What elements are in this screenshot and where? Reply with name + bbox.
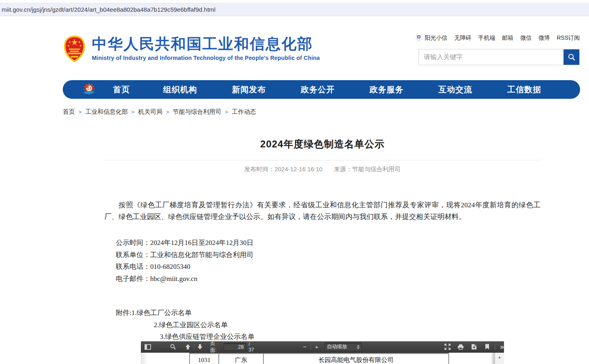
zoom-mode-value: 自动缩放 [327, 343, 347, 350]
more-tools-button[interactable]: » [500, 343, 504, 350]
brand-text: 中华人民共和国工业和信息化部 Ministry of Industry and … [92, 33, 320, 61]
printer-icon [457, 344, 464, 350]
quick-link-wechat[interactable]: 微信 [520, 34, 532, 42]
breadcrumb-miit[interactable]: 工业和信息化部 [85, 108, 128, 116]
breadcrumb-separator: > [132, 109, 135, 115]
header-quick-links: 阳光小信 无障碍 手机端 邮箱 微信 微博 RSS订阅 [415, 34, 580, 42]
national-emblem-logo [63, 35, 86, 63]
zoom-in-button[interactable]: + [312, 343, 321, 351]
assistant-robot-icon [415, 34, 422, 42]
nav-item-gov-services[interactable]: 政务服务 [352, 84, 421, 95]
nav-item-home[interactable]: 首页 [97, 84, 146, 95]
search-icon [568, 53, 576, 61]
article-source: 来源：节能与综合利用司 [334, 166, 401, 173]
page-total: / 37 [249, 341, 257, 353]
site-brand[interactable]: 中华人民共和国工业和信息化部 Ministry of Industry and … [63, 33, 320, 63]
sidebar-toggle-button[interactable] [143, 343, 153, 351]
attachment-green-factory[interactable]: 附件:1.绿色工厂公示名单 [116, 307, 540, 319]
pdf-table-row: 1031 广东 长园高能电气股份有限公司 [189, 353, 449, 364]
breadcrumb-separator: > [225, 109, 228, 115]
nav-item-miit-data[interactable]: 工信数据 [490, 84, 559, 95]
sidebar-toggle-icon [145, 344, 151, 350]
nav-item-interaction[interactable]: 互动交流 [421, 84, 490, 95]
breadcrumb-work-updates[interactable]: 工作动态 [232, 108, 256, 116]
detail-publicity-period: 公示时间：2024年12月16日至2024年12月30日 [116, 237, 540, 249]
article-title: 2024年度绿色制造名单公示 [104, 134, 540, 151]
breadcrumb-departments[interactable]: 机关司局 [138, 108, 162, 116]
fullscreen-icon [444, 344, 451, 350]
pdf-scrollbar[interactable]: ▲ [495, 353, 504, 364]
pdf-page-view: 1031 广东 长园高能电气股份有限公司 ▲ [141, 353, 504, 364]
quick-link-mailbox[interactable]: 邮箱 [502, 34, 513, 42]
attachment-list: 附件:1.绿色工厂公示名单 2.绿色工业园区公示名单 3.绿色供应链管理企业公示… [104, 307, 540, 343]
breadcrumb-energy-dept[interactable]: 节能与综合利用司 [173, 108, 221, 116]
detail-contact-unit: 联系单位：工业和信息化部节能与综合利用司 [116, 249, 540, 261]
previous-page-button[interactable] [183, 343, 193, 351]
page-down-icon [197, 344, 203, 350]
detail-contact-phone: 联系电话：010-68205340 [116, 261, 540, 273]
print-button[interactable] [456, 343, 466, 351]
breadcrumb: 首页 > 工业和信息化部 > 机关司局 > 节能与综合利用司 > 工作动态 [63, 108, 256, 116]
search-button[interactable] [563, 49, 579, 65]
article-meta: 发布时间：2024-12-16 16:10 来源：节能与综合利用司 [104, 166, 540, 173]
miit-gear-logo-icon [82, 83, 96, 96]
nav-items: 首页 组织机构 新闻发布 政务公开 政务服务 互动交流 工信数据 [97, 80, 580, 99]
nav-item-gov-disclosure[interactable]: 政务公开 [283, 84, 352, 95]
quick-link-mobile[interactable]: 手机端 [478, 34, 495, 42]
scroll-up-arrow-icon: ▲ [498, 355, 502, 364]
detail-contact-email: 电子邮件：hbc@miit.gov.cn [116, 273, 540, 285]
toolbar-separator [194, 344, 194, 350]
article-paragraph: 按照《绿色工厂梯度培育及管理暂行办法》有关要求，经省级工业和信息化主管部门推荐及… [104, 199, 540, 223]
presentation-mode-button[interactable] [443, 343, 452, 351]
toolbar-separator [310, 344, 311, 350]
attachment-green-industrial-park[interactable]: 2.绿色工业园区公示名单 [116, 319, 540, 331]
row-id-cell: 1031 [190, 354, 219, 364]
article: 2024年度绿色制造名单公示 发布时间：2024-12-16 16:10 来源：… [104, 134, 540, 343]
site-title: 中华人民共和国工业和信息化部 [92, 36, 320, 53]
publish-time: 发布时间：2024-12-16 16:10 [244, 166, 322, 173]
quick-link-rss[interactable]: RSS订阅 [557, 34, 580, 42]
download-button[interactable] [469, 343, 478, 351]
row-province-cell: 广东 [219, 354, 264, 364]
search-input[interactable] [419, 49, 563, 65]
pdf-viewer: 页面: / 37 − + 自动缩放 [141, 341, 504, 364]
page-number-input[interactable] [223, 343, 246, 351]
select-spinner-icon [357, 345, 359, 349]
pdf-left-gutter [141, 353, 147, 364]
quick-link-accessibility[interactable]: 无障碍 [454, 34, 471, 42]
next-page-button[interactable] [196, 343, 205, 351]
contact-details: 公示时间：2024年12月16日至2024年12月30日 联系单位：工业和信息化… [104, 237, 540, 285]
pdf-toolbar: 页面: / 37 − + 自动缩放 [141, 341, 504, 353]
bookmark-icon [485, 344, 489, 350]
site-header: 中华人民共和国工业和信息化部 Ministry of Industry and … [63, 33, 580, 70]
page-up-icon [185, 344, 191, 350]
magnifier-icon [170, 344, 176, 350]
breadcrumb-home[interactable]: 首页 [63, 108, 75, 116]
breadcrumb-separator: > [166, 109, 169, 115]
main-nav: 首页 组织机构 新闻发布 政务公开 政务服务 互动交流 工信数据 [63, 80, 580, 99]
site-subtitle: Ministry of Industry and Information Tec… [92, 55, 320, 61]
bookmark-button[interactable] [483, 343, 492, 351]
quick-link-sunshine-assistant[interactable]: 阳光小信 [425, 34, 447, 42]
zoom-out-button[interactable]: − [300, 343, 310, 351]
row-company-cell: 长园高能电气股份有限公司 [264, 354, 449, 364]
download-icon [471, 344, 477, 350]
nav-item-news[interactable]: 新闻发布 [215, 84, 283, 95]
toolbar-separator [495, 344, 495, 350]
quick-link-weibo[interactable]: 微博 [538, 34, 550, 42]
nav-item-organization[interactable]: 组织机构 [146, 84, 215, 95]
page-url: miit.gov.cn/jgsj/jns/gzdt/art/2024/art_b… [2, 6, 215, 13]
pdf-search-button[interactable] [169, 343, 178, 351]
page-label: 页面: [210, 340, 221, 354]
site-search-box [419, 49, 580, 65]
browser-url-bar[interactable]: miit.gov.cn/jgsj/jns/gzdt/art/2024/art_b… [0, 3, 589, 16]
title-divider [104, 160, 540, 160]
breadcrumb-separator: > [79, 109, 82, 115]
zoom-mode-select[interactable]: 自动缩放 [325, 343, 362, 351]
